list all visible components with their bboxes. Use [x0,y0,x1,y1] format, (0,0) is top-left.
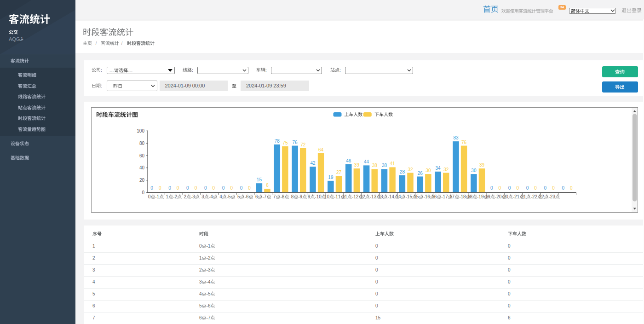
svg-text:7: 7 [208,315,211,320]
svg-text:0: 0 [230,185,233,191]
svg-text:0: 0 [498,185,501,191]
svg-text:42: 42 [310,161,316,166]
svg-text:46: 46 [346,158,351,163]
svg-text:2: 2 [184,194,186,199]
svg-text:4: 4 [199,291,202,296]
svg-text:0: 0 [248,185,251,191]
svg-text:8: 8 [470,194,472,199]
svg-text:3: 3 [380,194,383,199]
svg-text:0: 0 [222,185,224,191]
svg-text:41: 41 [390,161,395,166]
svg-text::: : [192,68,193,73]
svg-text:2: 2 [174,194,177,199]
svg-text:5: 5 [208,291,211,296]
svg-text::: : [101,83,102,88]
svg-text:5: 5 [409,194,412,199]
svg-text:3: 3 [92,267,95,272]
svg-text:39: 39 [479,162,484,168]
svg-text:0: 0 [508,303,511,308]
svg-text:2: 2 [92,255,95,260]
svg-text:40: 40 [139,165,144,170]
svg-text:5: 5 [199,303,202,308]
svg-text:9: 9 [299,194,302,199]
svg-text:76: 76 [292,140,298,145]
svg-text:3: 3 [201,194,204,199]
svg-text:-: - [113,68,114,73]
svg-text:1: 1 [92,243,95,249]
svg-text:20: 20 [139,178,144,183]
svg-text:0: 0 [158,185,161,191]
svg-text:0: 0 [186,185,189,191]
svg-text:0: 0 [516,185,519,191]
svg-text:7: 7 [92,315,95,320]
svg-text:7: 7 [273,194,276,199]
svg-text:30: 30 [426,168,431,173]
svg-text:0: 0 [508,243,511,249]
svg-text:4: 4 [391,194,394,199]
svg-text:0: 0 [375,291,378,296]
svg-text:8: 8 [282,194,284,199]
svg-text:38: 38 [381,163,387,168]
svg-text:2: 2 [356,194,358,199]
svg-text:6: 6 [246,194,248,199]
svg-text:0: 0 [199,243,202,249]
svg-text:75: 75 [282,140,288,145]
svg-text:0: 0 [176,185,179,191]
svg-text:8: 8 [463,194,466,199]
svg-text:72: 72 [300,142,306,147]
svg-text:83: 83 [453,135,459,140]
svg-text:9: 9 [488,194,490,199]
svg-text:4: 4 [210,194,213,199]
svg-text:3: 3 [208,267,211,272]
svg-text:1: 1 [199,255,202,260]
svg-text:0: 0 [212,185,215,191]
svg-text:0: 0 [194,185,197,191]
svg-text:5: 5 [416,194,419,199]
svg-text:0: 0 [508,185,511,191]
svg-text:7: 7 [445,194,448,199]
svg-text:9: 9 [481,194,483,199]
svg-text:0: 0 [490,185,493,191]
svg-text:0: 0 [142,190,144,195]
svg-text:1: 1 [208,243,211,249]
svg-text:0: 0 [375,255,378,260]
svg-text:60: 60 [139,153,144,158]
svg-text:0: 0 [508,279,511,284]
svg-text:0: 0 [526,185,529,191]
svg-text:80: 80 [139,141,144,146]
svg-text:6: 6 [92,303,95,308]
svg-text:0: 0 [204,185,207,191]
svg-text:6: 6 [508,315,511,320]
svg-text::: : [101,68,102,73]
svg-text:4: 4 [208,279,211,284]
svg-text:0: 0 [375,279,378,284]
svg-text:64: 64 [318,147,324,152]
svg-text:0: 0 [327,194,329,199]
svg-text:19: 19 [328,175,334,180]
svg-text:0: 0 [508,291,511,296]
svg-text:38: 38 [372,163,377,168]
svg-text:28: 28 [399,169,405,174]
svg-text:1: 1 [523,194,526,199]
svg-text:44: 44 [364,159,369,164]
svg-text:2: 2 [208,255,211,260]
svg-text:-: - [131,68,132,73]
svg-text:9: 9 [307,194,310,199]
svg-text:0: 0 [150,185,153,191]
svg-text:4: 4 [219,194,222,199]
svg-text:0: 0 [240,185,242,191]
svg-text:0: 0 [544,185,546,191]
svg-text:8: 8 [291,194,293,199]
svg-text:0: 0 [552,185,555,191]
svg-text:7: 7 [452,194,454,199]
svg-text:6: 6 [427,194,430,199]
svg-text::: : [265,68,267,73]
svg-text:5: 5 [378,315,381,320]
svg-text:1: 1 [517,194,519,199]
svg-text:2: 2 [541,194,544,199]
svg-text:2: 2 [199,267,202,272]
svg-text:5: 5 [237,194,240,199]
svg-text:4: 4 [92,279,95,284]
svg-text:0: 0 [375,303,378,308]
svg-text:27: 27 [336,170,341,175]
